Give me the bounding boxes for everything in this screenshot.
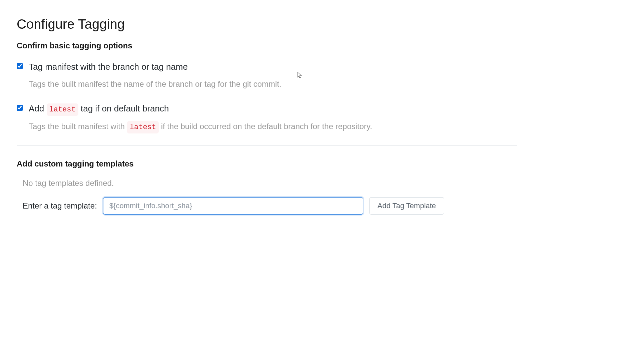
template-input-label: Enter a tag template: bbox=[23, 201, 97, 211]
tag-template-input[interactable] bbox=[103, 197, 363, 215]
add-tag-template-button[interactable]: Add Tag Template bbox=[369, 197, 444, 215]
option-branch-tag-label: Tag manifest with the branch or tag name bbox=[29, 62, 188, 72]
code-latest-desc: latest bbox=[127, 121, 159, 133]
code-latest-label: latest bbox=[47, 103, 78, 116]
configure-tagging-panel: Configure Tagging Confirm basic tagging … bbox=[17, 17, 517, 215]
section-custom-heading: Add custom tagging templates bbox=[17, 159, 517, 168]
option-latest-tag-label: Add latest tag if on default branch bbox=[29, 103, 169, 113]
option-latest-tag-desc: Tags the built manifest with latest if t… bbox=[29, 120, 517, 133]
option-branch-tag: Tag manifest with the branch or tag name… bbox=[17, 60, 517, 90]
option-branch-tag-desc: Tags the built manifest the name of the … bbox=[29, 78, 517, 90]
section-basic-heading: Confirm basic tagging options bbox=[17, 41, 517, 50]
section-divider bbox=[17, 145, 517, 146]
checkbox-latest-tag[interactable] bbox=[17, 105, 23, 111]
template-input-row: Enter a tag template: Add Tag Template bbox=[23, 197, 517, 215]
page-title: Configure Tagging bbox=[17, 17, 517, 32]
option-latest-tag: Add latest tag if on default branch Tags… bbox=[17, 102, 517, 133]
checkbox-branch-tag[interactable] bbox=[17, 63, 23, 69]
empty-templates-text: No tag templates defined. bbox=[23, 179, 517, 188]
